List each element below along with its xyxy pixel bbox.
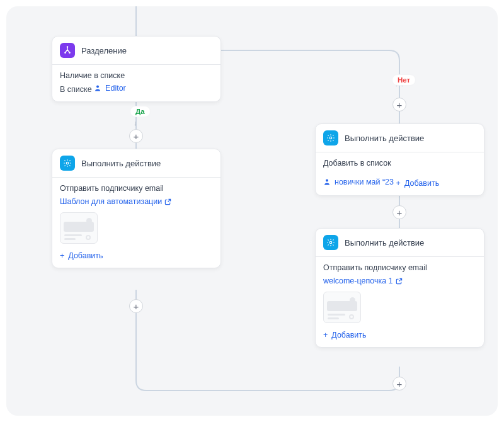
svg-point-3 [96, 86, 99, 88]
node-body: Отправить подписчику email welcome-цепоч… [316, 257, 484, 347]
condition-label: Наличие в списке [60, 71, 213, 80]
svg-point-4 [66, 162, 69, 164]
action-label: Отправить подписчику email [60, 184, 213, 193]
node-title: Разделение [81, 46, 127, 55]
person-icon [323, 178, 331, 186]
add-node-button[interactable]: + [392, 377, 406, 391]
yes-branch-label: Да [130, 106, 151, 117]
split-node[interactable]: Разделение Наличие в списке В списке Edi… [52, 36, 221, 102]
plus-icon: + [60, 251, 64, 260]
condition-prefix: В списке [60, 85, 92, 94]
node-title: Выполнить действие [345, 238, 424, 248]
action-label: Добавить в список [323, 159, 476, 168]
template-link[interactable]: Шаблон для автоматизации [60, 197, 171, 206]
list-link[interactable]: новички май “23 [323, 178, 394, 186]
add-node-button[interactable]: + [392, 205, 406, 219]
add-action-link[interactable]: + Добавить [60, 251, 103, 260]
action-node-yes[interactable]: Выполнить действие Отправить подписчику … [52, 149, 221, 268]
svg-point-1 [64, 52, 66, 54]
template-thumbnail [60, 212, 98, 244]
svg-point-2 [69, 52, 71, 54]
split-icon [60, 43, 75, 58]
arrow-down-icon: ↓ [134, 119, 137, 127]
node-header: Выполнить действие [316, 124, 484, 152]
action-node-no1[interactable]: Выполнить действие Добавить в список нов… [315, 123, 484, 196]
no-branch-label: Нет [392, 74, 416, 86]
node-body: Наличие в списке В списке Editor [52, 65, 220, 101]
gear-icon [323, 130, 338, 145]
external-link-icon [396, 278, 403, 285]
add-node-button[interactable]: + [129, 129, 143, 143]
gear-icon [323, 235, 338, 250]
action-node-no2[interactable]: Выполнить действие Отправить подписчику … [315, 228, 484, 348]
condition-link[interactable]: Editor [94, 84, 126, 93]
add-action-link[interactable]: + Добавить [323, 331, 367, 339]
flow-canvas: Разделение Наличие в списке В списке Edi… [6, 6, 498, 416]
svg-point-6 [326, 180, 328, 182]
action-label: Отправить подписчику email [323, 263, 476, 272]
condition-row: В списке Editor [60, 84, 213, 94]
template-thumbnail [323, 292, 361, 323]
gear-icon [60, 156, 75, 171]
svg-point-0 [67, 46, 69, 48]
node-header: Разделение [52, 37, 220, 65]
svg-point-7 [329, 241, 332, 244]
node-title: Выполнить действие [81, 159, 161, 168]
template-link[interactable]: welcome-цепочка 1 [323, 277, 403, 285]
node-header: Выполнить действие [52, 149, 220, 178]
external-link-icon [164, 198, 171, 205]
plus-icon: + [323, 331, 328, 339]
add-node-button[interactable]: + [392, 98, 406, 111]
plus-icon: + [396, 179, 401, 188]
node-header: Выполнить действие [316, 229, 484, 257]
node-title: Выполнить действие [345, 134, 424, 143]
node-body: Добавить в список новички май “23 + Доба… [316, 152, 484, 195]
add-node-button[interactable]: + [129, 299, 143, 313]
person-icon [94, 84, 101, 92]
node-body: Отправить подписчику email Шаблон для ав… [52, 178, 220, 268]
svg-point-5 [329, 137, 332, 139]
add-action-link[interactable]: + Добавить [396, 179, 440, 188]
